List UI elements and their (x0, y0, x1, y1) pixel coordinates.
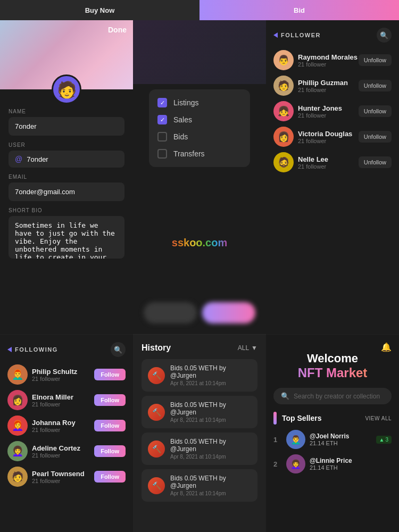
history-text-0: Bids 0.05 WETH by @Jurgen (170, 364, 251, 379)
history-content-1: Bids 0.05 WETH by @Jurgen Apr 8, 2021 at… (170, 401, 251, 423)
transfers-label: Transfers (173, 149, 205, 158)
follower-info-1: Phillip Guzman 21 follower (298, 79, 359, 93)
nft-market-panel: 🔔 Welcome NFT Market 🔍 Search by creator… (266, 334, 399, 532)
history-date-2: Apr 8, 2021 at 10:14pm (170, 454, 251, 460)
history-text-2: Bids 0.05 WETH by @Jurgen (170, 438, 251, 453)
follower-avatar-0: 👨 (273, 50, 294, 70)
following-triangle-icon (7, 347, 12, 352)
following-avatar-0: 👨‍🦰 (7, 364, 28, 385)
history-content-2: Bids 0.05 WETH by @Jurgen Apr 8, 2021 at… (170, 438, 251, 460)
following-count-0: 21 follower (32, 376, 94, 382)
follower-search-button[interactable]: 🔍 (377, 28, 392, 43)
bids-checkbox[interactable] (157, 132, 167, 142)
following-name-3: Adeline Cortez (32, 444, 94, 452)
following-info-4: Pearl Townsend 21 follower (32, 470, 94, 484)
following-header: FOLLOWING 🔍 (7, 342, 126, 357)
follower-count-3: 21 follower (298, 138, 359, 144)
user-input-wrap[interactable]: @ 7onder (9, 151, 124, 168)
follower-name-2: Hunter Jones (298, 104, 359, 112)
sales-checkbox[interactable]: ✓ (157, 115, 167, 124)
filter-transfers[interactable]: Transfers (157, 149, 242, 159)
done-button[interactable]: Done (108, 26, 127, 34)
bio-label: SHORT BIO (9, 207, 124, 213)
follower-info-2: Hunter Jones 21 follower (298, 104, 359, 119)
seller-info-1: @Linnie Price 21.14 ETH (310, 457, 392, 471)
history-item-3: 🔨 Bids 0.05 WETH by @Jurgen Apr 8, 2021 … (142, 469, 257, 502)
following-name-2: Johanna Roy (32, 419, 94, 427)
unfollow-button-1[interactable]: Unfollow (359, 80, 392, 92)
buy-now-button[interactable]: Buy Now (0, 0, 200, 20)
following-panel: FOLLOWING 🔍 👨‍🦰 Philip Schultz 21 follow… (0, 334, 133, 532)
follower-name-3: Victoria Douglas (298, 130, 359, 138)
listings-checkbox[interactable]: ✓ (157, 98, 167, 107)
color-strip-icon (273, 412, 277, 425)
unfollow-button-4[interactable]: Unfollow (359, 156, 392, 168)
filter-sales[interactable]: ✓ Sales (157, 115, 242, 124)
bid-button[interactable]: Bid (200, 0, 399, 20)
follower-header: FOLLOWER 🔍 (273, 28, 392, 43)
bottom-blur-bar (144, 302, 255, 323)
follow-button-3[interactable]: Follow (94, 445, 126, 457)
user-label: USER (9, 142, 124, 148)
following-item-0: 👨‍🦰 Philip Schultz 21 follower Follow (7, 364, 126, 385)
avatar[interactable]: 🧑 (52, 74, 81, 104)
activity-filter-panel: ✓ Listings ✓ Sales Bids Transfers sskoo.… (133, 20, 266, 334)
view-all-button[interactable]: VIEW ALL (365, 415, 392, 421)
following-name-4: Pearl Townsend (32, 470, 94, 478)
following-info-0: Philip Schultz 21 follower (32, 368, 94, 382)
blurred-btn-1 (144, 302, 197, 323)
follower-name-4: Nelle Lee (298, 155, 359, 163)
all-filter-button[interactable]: ALL ▼ (238, 344, 257, 352)
name-input[interactable] (9, 117, 124, 136)
all-label: ALL (238, 344, 249, 352)
follower-avatar-4: 🧔 (273, 152, 294, 172)
follow-button-2[interactable]: Follow (94, 420, 126, 431)
welcome-text: Welcome (273, 352, 392, 365)
follower-count-2: 21 follower (298, 112, 359, 119)
unfollow-button-0[interactable]: Unfollow (359, 54, 392, 66)
history-text-3: Bids 0.05 WETH by @Jurgen (170, 475, 251, 489)
following-item-4: 🧑 Pearl Townsend 21 follower Follow (7, 467, 126, 487)
profile-form: NAME USER @ 7onder EMAIL SHORT BIO Somet… (0, 89, 133, 334)
unfollow-button-2[interactable]: Unfollow (359, 105, 392, 117)
nft-search-bar[interactable]: 🔍 Search by creator or collection (273, 388, 392, 404)
history-avatar-2: 🔨 (148, 440, 165, 458)
following-count-3: 21 follower (32, 452, 94, 459)
email-label: EMAIL (9, 174, 124, 180)
follower-avatar-2: 👧 (273, 101, 294, 121)
following-search-button[interactable]: 🔍 (111, 342, 126, 357)
seller-info-0: @Joel Norris 21.14 ETH (310, 433, 376, 446)
profile-banner: Done 🧑 (0, 20, 133, 89)
follower-info-3: Victoria Douglas 21 follower (298, 130, 359, 144)
follow-button-1[interactable]: Follow (94, 394, 126, 406)
follow-button-4[interactable]: Follow (94, 471, 126, 483)
following-avatar-4: 🧑 (7, 467, 28, 487)
history-content-0: Bids 0.05 WETH by @Jurgen Apr 8, 2021 at… (170, 364, 251, 386)
seller-rank-0: 1 (273, 436, 282, 444)
follower-count-4: 21 follower (298, 163, 359, 170)
seller-avatar-0: 👨‍🦱 (286, 430, 305, 449)
bio-input[interactable]: Sometimes in life we have to just go wit… (9, 216, 124, 259)
filter-bids[interactable]: Bids (157, 132, 242, 142)
unfollow-button-3[interactable]: Unfollow (359, 131, 392, 143)
transfers-checkbox[interactable] (157, 149, 167, 159)
follower-name-1: Phillip Guzman (298, 79, 359, 87)
blurred-btn-2 (202, 302, 255, 323)
following-item-3: 👩‍🦱 Adeline Cortez 21 follower Follow (7, 441, 126, 461)
filter-listings[interactable]: ✓ Listings (157, 98, 242, 107)
following-item-2: 👩‍🦰 Johanna Roy 21 follower Follow (7, 415, 126, 436)
email-input[interactable] (9, 182, 124, 201)
following-name-0: Philip Schultz (32, 368, 94, 376)
follow-button-0[interactable]: Follow (94, 369, 126, 380)
history-date-3: Apr 8, 2021 at 10:14pm (170, 491, 251, 496)
following-avatar-3: 👩‍🦱 (7, 441, 28, 461)
follower-info-0: Raymond Morales 21 follower (298, 53, 359, 68)
bell-icon[interactable]: 🔔 (381, 342, 392, 352)
at-icon: @ (15, 155, 22, 163)
follower-count-0: 21 follower (298, 61, 359, 68)
following-avatar-1: 👩 (7, 390, 28, 410)
welcome-section: Welcome NFT Market (273, 342, 392, 388)
top-action-bar: Buy Now Bid (0, 0, 399, 20)
top-sellers-header: Top Sellers VIEW ALL (273, 412, 392, 425)
follower-item-0: 👨 Raymond Morales 21 follower Unfollow (273, 50, 392, 70)
